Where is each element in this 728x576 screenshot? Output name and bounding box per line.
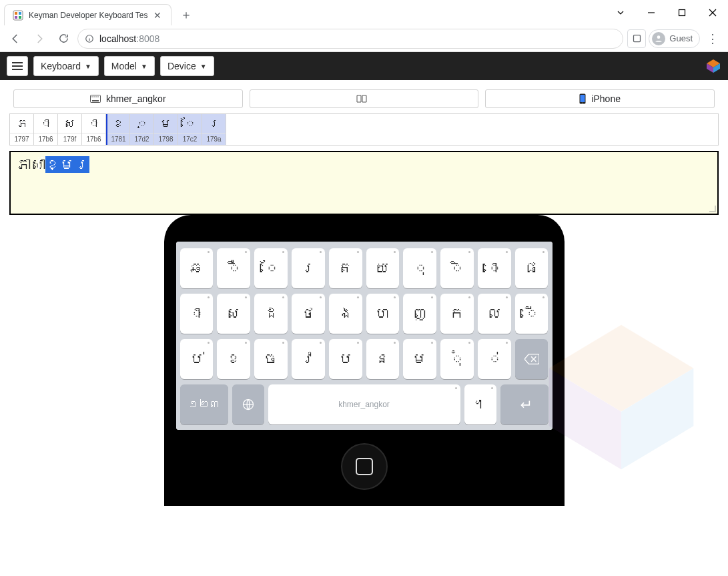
- keyboard-key[interactable]: ម: [403, 339, 436, 379]
- keyboard-key[interactable]: ក: [440, 294, 474, 334]
- keyboard-dropdown[interactable]: Keyboard▼: [33, 56, 99, 76]
- tab-close-icon[interactable]: ✕: [152, 10, 163, 21]
- keyboard-key[interactable]: ឆ: [180, 248, 214, 288]
- phone-frame: ឆឺែរតយុិោផ ាសដថងហញកលើ ប់ខចវបនមុំ់ ១២៣khm…: [164, 215, 565, 506]
- spacebar-key[interactable]: khmer_angkor: [268, 384, 460, 424]
- app-logo-icon: [705, 58, 721, 74]
- keyboard-key[interactable]: ញ: [403, 294, 436, 334]
- window-maximize-icon[interactable]: [667, 0, 697, 25]
- codepoint-glyph: រ: [202, 114, 226, 133]
- extensions-icon[interactable]: [627, 29, 646, 48]
- keyboard-key[interactable]: ុ: [403, 248, 436, 288]
- phone-screen: ឆឺែរតយុិោផ ាសដថងហញកលើ ប់ខចវបនមុំ់ ១២៣khm…: [176, 242, 553, 430]
- codepoint-cell[interactable]: ម1798: [154, 114, 178, 145]
- phone-icon: [579, 93, 586, 104]
- svg-rect-12: [633, 35, 640, 42]
- keyboard-key[interactable]: ត: [329, 248, 362, 288]
- phone-preview: ឆឺែរតយុិោផ ាសដថងហញកលើ ប់ខចវបនមុំ់ ១២៣khm…: [0, 215, 728, 506]
- phone-home-button[interactable]: [341, 443, 388, 490]
- codepoint-glyph: ្: [130, 114, 153, 133]
- keyboard-key[interactable]: ា: [180, 294, 214, 334]
- keyboard-key[interactable]: យ: [366, 248, 400, 288]
- codepoint-cell[interactable]: ្17d2: [130, 114, 154, 145]
- device-dropdown[interactable]: Device▼: [160, 56, 214, 76]
- codepoint-hex: 17b6: [34, 133, 57, 145]
- keyboard-key[interactable]: ផ: [515, 248, 549, 288]
- codepoint-cell[interactable]: ា17b6: [34, 114, 58, 145]
- window-minimize-icon[interactable]: [636, 0, 667, 25]
- svg-point-28: [583, 103, 583, 103]
- nav-reload-icon[interactable]: [53, 29, 73, 49]
- chevron-down-icon: ▼: [200, 63, 207, 70]
- keyboard-key[interactable]: ប់: [180, 339, 214, 379]
- hamburger-menu-button[interactable]: [7, 56, 28, 76]
- keyboard-key[interactable]: ោ: [478, 248, 511, 288]
- keyboard-key[interactable]: ិ: [440, 248, 474, 288]
- keyboard-key[interactable]: ែ: [254, 248, 288, 288]
- keyboard-key[interactable]: ហ: [366, 294, 400, 334]
- codepoint-glyph: ា: [82, 114, 105, 133]
- keyboard-key[interactable]: ើ: [515, 294, 549, 334]
- keyboard-key[interactable]: វ: [292, 339, 325, 379]
- browser-tab[interactable]: Keyman Developer Keyboard Tes ✕: [4, 4, 171, 25]
- globe-key[interactable]: [232, 384, 264, 424]
- status-device-label: iPhone: [591, 93, 621, 104]
- codepoint-cell[interactable]: ស179f: [58, 114, 82, 145]
- keyboard-key[interactable]: ល: [478, 294, 511, 334]
- svg-rect-6: [679, 10, 685, 16]
- enter-key[interactable]: [500, 384, 549, 424]
- codepoint-hex: 17b6: [82, 133, 105, 145]
- status-row: khmer_angkor iPhone: [4, 84, 724, 113]
- status-model[interactable]: [250, 89, 479, 108]
- backspace-key[interactable]: [515, 339, 549, 379]
- keyboard-key[interactable]: ន: [366, 339, 400, 379]
- model-dropdown-label: Model: [111, 61, 137, 71]
- status-device[interactable]: iPhone: [485, 89, 715, 108]
- punctuation-key[interactable]: ។: [464, 384, 496, 424]
- keyboard-key[interactable]: ដ: [254, 294, 288, 334]
- resize-handle-icon[interactable]: [708, 204, 716, 212]
- new-tab-button[interactable]: ＋: [177, 5, 196, 24]
- keyboard-key[interactable]: ង: [329, 294, 362, 334]
- browser-menu-icon[interactable]: ⋮: [703, 29, 723, 49]
- keyboard-key[interactable]: ុំ: [440, 339, 474, 379]
- codepoint-cell[interactable]: ែ17c2: [178, 114, 202, 145]
- codepoint-cell[interactable]: ា17b6: [82, 114, 106, 145]
- keyboard-key[interactable]: ខ: [217, 339, 250, 379]
- svg-rect-1: [15, 12, 17, 15]
- browser-titlebar: Keyman Developer Keyboard Tes ✕ ＋: [0, 0, 728, 25]
- keyboard-key[interactable]: ស: [217, 294, 250, 334]
- profile-button[interactable]: Guest: [649, 29, 700, 48]
- keyboard-key[interactable]: ប: [329, 339, 362, 379]
- keyboard-key[interactable]: ់: [478, 339, 511, 379]
- keyboard-key[interactable]: ថ: [292, 294, 325, 334]
- codepoint-glyph: ា: [34, 114, 57, 133]
- window-close-icon[interactable]: [697, 0, 728, 25]
- nav-back-icon[interactable]: [5, 29, 25, 49]
- codepoint-cell[interactable]: ភ1797: [10, 114, 34, 145]
- codepoint-hex: 1797: [10, 133, 33, 145]
- text-selected: ខ្មែរ: [45, 156, 89, 173]
- numbers-key[interactable]: ១២៣: [180, 384, 228, 424]
- url-port: :8008: [136, 33, 159, 44]
- svg-point-13: [657, 35, 661, 39]
- keyboard-key[interactable]: ច: [254, 339, 288, 379]
- codepoint-glyph: ម: [154, 114, 177, 133]
- keyboard-key[interactable]: រ: [292, 248, 325, 288]
- text-input-area[interactable]: ភាសាខ្មែរ: [9, 151, 719, 215]
- device-dropdown-label: Device: [167, 61, 196, 71]
- keyboard-key[interactable]: ឺ: [217, 248, 250, 288]
- status-keyboard[interactable]: khmer_angkor: [13, 89, 243, 108]
- svg-point-23: [93, 96, 95, 97]
- codepoint-glyph: ែ: [178, 114, 202, 133]
- window-chevron-icon[interactable]: [605, 0, 636, 25]
- nav-forward-icon: [29, 29, 49, 49]
- svg-rect-4: [19, 16, 21, 19]
- url-input[interactable]: localhost:8008: [77, 29, 623, 49]
- status-keyboard-label: khmer_angkor: [106, 93, 166, 104]
- model-dropdown[interactable]: Model▼: [104, 56, 155, 76]
- codepoint-glyph: ស: [58, 114, 81, 133]
- site-info-icon[interactable]: [85, 34, 94, 43]
- codepoint-cell[interactable]: ខ1781: [106, 114, 130, 145]
- codepoint-cell[interactable]: រ179a: [202, 114, 226, 145]
